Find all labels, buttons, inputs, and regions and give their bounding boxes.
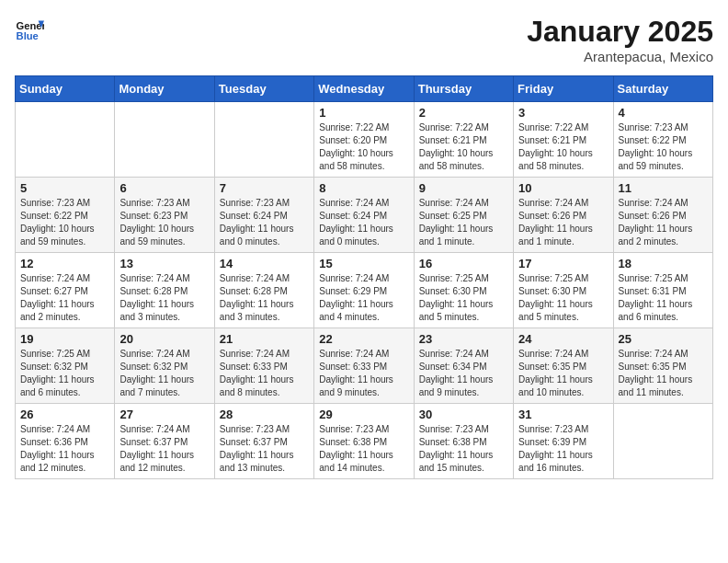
day-info: Sunrise: 7:24 AM Sunset: 6:33 PM Dayligh…	[220, 348, 309, 399]
day-info: Sunrise: 7:23 AM Sunset: 6:24 PM Dayligh…	[220, 197, 309, 248]
calendar-cell: 22Sunrise: 7:24 AM Sunset: 6:33 PM Dayli…	[314, 328, 414, 404]
calendar-cell: 28Sunrise: 7:23 AM Sunset: 6:37 PM Dayli…	[214, 404, 313, 479]
calendar-week-row: 19Sunrise: 7:25 AM Sunset: 6:32 PM Dayli…	[16, 328, 713, 404]
calendar-cell: 29Sunrise: 7:23 AM Sunset: 6:38 PM Dayli…	[314, 404, 414, 479]
calendar-cell: 20Sunrise: 7:24 AM Sunset: 6:32 PM Dayli…	[115, 328, 214, 404]
day-info: Sunrise: 7:25 AM Sunset: 6:30 PM Dayligh…	[419, 272, 508, 324]
page-header: General Blue January 2025 Arantepacua, M…	[15, 15, 713, 64]
calendar-cell: 27Sunrise: 7:24 AM Sunset: 6:37 PM Dayli…	[115, 404, 214, 479]
calendar-cell: 26Sunrise: 7:24 AM Sunset: 6:36 PM Dayli…	[16, 404, 115, 479]
weekday-header-row: SundayMondayTuesdayWednesdayThursdayFrid…	[16, 76, 713, 102]
day-number: 29	[319, 408, 408, 421]
calendar-week-row: 5Sunrise: 7:23 AM Sunset: 6:22 PM Daylig…	[16, 178, 713, 253]
logo: General Blue	[15, 15, 46, 44]
day-number: 4	[619, 106, 708, 120]
day-info: Sunrise: 7:24 AM Sunset: 6:36 PM Dayligh…	[20, 423, 109, 475]
day-number: 6	[119, 181, 209, 195]
day-number: 14	[220, 257, 309, 270]
day-number: 12	[20, 257, 109, 270]
day-info: Sunrise: 7:24 AM Sunset: 6:26 PM Dayligh…	[518, 197, 608, 248]
day-number: 1	[319, 106, 408, 120]
day-number: 22	[319, 332, 408, 346]
day-info: Sunrise: 7:24 AM Sunset: 6:25 PM Dayligh…	[419, 197, 508, 248]
weekday-header-monday: Monday	[115, 76, 214, 102]
day-info: Sunrise: 7:23 AM Sunset: 6:38 PM Dayligh…	[419, 423, 508, 475]
calendar-cell: 30Sunrise: 7:23 AM Sunset: 6:38 PM Dayli…	[414, 404, 513, 479]
day-info: Sunrise: 7:23 AM Sunset: 6:23 PM Dayligh…	[119, 197, 209, 248]
day-number: 15	[319, 257, 408, 270]
location: Arantepacua, Mexico	[527, 49, 713, 64]
day-number: 11	[619, 181, 708, 195]
day-info: Sunrise: 7:24 AM Sunset: 6:34 PM Dayligh…	[419, 348, 508, 399]
calendar-cell: 10Sunrise: 7:24 AM Sunset: 6:26 PM Dayli…	[514, 178, 613, 253]
day-info: Sunrise: 7:24 AM Sunset: 6:33 PM Dayligh…	[319, 348, 408, 399]
day-number: 3	[518, 106, 608, 120]
day-info: Sunrise: 7:24 AM Sunset: 6:26 PM Dayligh…	[619, 197, 708, 248]
calendar-cell: 16Sunrise: 7:25 AM Sunset: 6:30 PM Dayli…	[414, 253, 513, 328]
calendar-cell	[16, 102, 115, 178]
weekday-header-saturday: Saturday	[613, 76, 712, 102]
day-number: 17	[518, 257, 608, 270]
calendar-cell: 9Sunrise: 7:24 AM Sunset: 6:25 PM Daylig…	[414, 178, 513, 253]
logo-icon: General Blue	[15, 15, 44, 44]
day-info: Sunrise: 7:23 AM Sunset: 6:39 PM Dayligh…	[518, 423, 608, 475]
day-number: 5	[20, 181, 109, 195]
day-number: 13	[119, 257, 209, 270]
calendar-cell: 25Sunrise: 7:24 AM Sunset: 6:35 PM Dayli…	[613, 328, 712, 404]
day-number: 31	[518, 408, 608, 421]
day-number: 26	[20, 408, 109, 421]
calendar-cell: 13Sunrise: 7:24 AM Sunset: 6:28 PM Dayli…	[115, 253, 214, 328]
calendar-week-row: 26Sunrise: 7:24 AM Sunset: 6:36 PM Dayli…	[16, 404, 713, 479]
day-info: Sunrise: 7:25 AM Sunset: 6:31 PM Dayligh…	[619, 272, 708, 324]
day-info: Sunrise: 7:23 AM Sunset: 6:22 PM Dayligh…	[619, 121, 708, 173]
weekday-header-sunday: Sunday	[16, 76, 115, 102]
calendar-cell: 11Sunrise: 7:24 AM Sunset: 6:26 PM Dayli…	[613, 178, 712, 253]
day-number: 24	[518, 332, 608, 346]
calendar-cell: 6Sunrise: 7:23 AM Sunset: 6:23 PM Daylig…	[115, 178, 214, 253]
day-number: 20	[119, 332, 209, 346]
day-number: 27	[119, 408, 209, 421]
day-info: Sunrise: 7:22 AM Sunset: 6:21 PM Dayligh…	[518, 121, 608, 173]
day-number: 25	[619, 332, 708, 346]
day-number: 30	[419, 408, 508, 421]
day-number: 19	[20, 332, 109, 346]
calendar-cell: 3Sunrise: 7:22 AM Sunset: 6:21 PM Daylig…	[514, 102, 613, 178]
day-info: Sunrise: 7:23 AM Sunset: 6:22 PM Dayligh…	[20, 197, 109, 248]
month-title: January 2025	[527, 15, 713, 49]
weekday-header-friday: Friday	[514, 76, 613, 102]
calendar-cell: 31Sunrise: 7:23 AM Sunset: 6:39 PM Dayli…	[514, 404, 613, 479]
day-number: 18	[619, 257, 708, 270]
calendar-week-row: 1Sunrise: 7:22 AM Sunset: 6:20 PM Daylig…	[16, 102, 713, 178]
calendar-cell: 4Sunrise: 7:23 AM Sunset: 6:22 PM Daylig…	[613, 102, 712, 178]
calendar-cell	[115, 102, 214, 178]
day-number: 21	[220, 332, 309, 346]
day-number: 8	[319, 181, 408, 195]
calendar-cell: 14Sunrise: 7:24 AM Sunset: 6:28 PM Dayli…	[214, 253, 313, 328]
calendar-cell: 21Sunrise: 7:24 AM Sunset: 6:33 PM Dayli…	[214, 328, 313, 404]
day-info: Sunrise: 7:24 AM Sunset: 6:35 PM Dayligh…	[518, 348, 608, 399]
calendar-cell: 18Sunrise: 7:25 AM Sunset: 6:31 PM Dayli…	[613, 253, 712, 328]
day-info: Sunrise: 7:24 AM Sunset: 6:28 PM Dayligh…	[119, 272, 209, 324]
calendar-cell: 5Sunrise: 7:23 AM Sunset: 6:22 PM Daylig…	[16, 178, 115, 253]
calendar-cell: 23Sunrise: 7:24 AM Sunset: 6:34 PM Dayli…	[414, 328, 513, 404]
calendar-cell: 2Sunrise: 7:22 AM Sunset: 6:21 PM Daylig…	[414, 102, 513, 178]
weekday-header-wednesday: Wednesday	[314, 76, 414, 102]
day-number: 16	[419, 257, 508, 270]
day-number: 9	[419, 181, 508, 195]
day-info: Sunrise: 7:24 AM Sunset: 6:24 PM Dayligh…	[319, 197, 408, 248]
calendar-cell: 24Sunrise: 7:24 AM Sunset: 6:35 PM Dayli…	[514, 328, 613, 404]
calendar-cell	[613, 404, 712, 479]
day-info: Sunrise: 7:24 AM Sunset: 6:27 PM Dayligh…	[20, 272, 109, 324]
calendar-cell: 1Sunrise: 7:22 AM Sunset: 6:20 PM Daylig…	[314, 102, 414, 178]
day-info: Sunrise: 7:25 AM Sunset: 6:30 PM Dayligh…	[518, 272, 608, 324]
day-info: Sunrise: 7:24 AM Sunset: 6:35 PM Dayligh…	[619, 348, 708, 399]
day-number: 23	[419, 332, 508, 346]
weekday-header-tuesday: Tuesday	[214, 76, 313, 102]
weekday-header-thursday: Thursday	[414, 76, 513, 102]
calendar-cell: 19Sunrise: 7:25 AM Sunset: 6:32 PM Dayli…	[16, 328, 115, 404]
calendar-cell: 8Sunrise: 7:24 AM Sunset: 6:24 PM Daylig…	[314, 178, 414, 253]
day-number: 28	[220, 408, 309, 421]
title-area: January 2025 Arantepacua, Mexico	[527, 15, 713, 64]
day-number: 7	[220, 181, 309, 195]
svg-text:Blue: Blue	[17, 30, 39, 41]
